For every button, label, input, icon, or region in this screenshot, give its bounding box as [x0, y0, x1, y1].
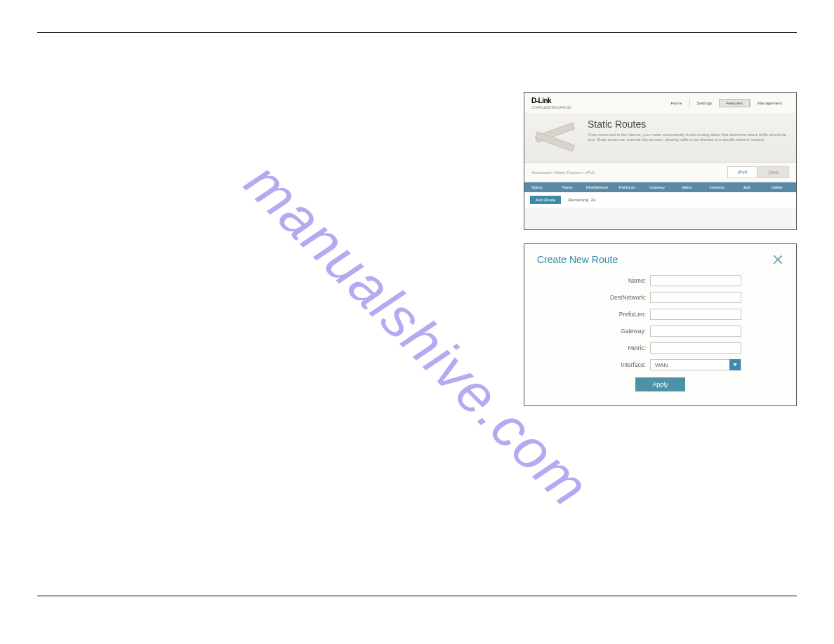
- chevron-down-icon: [729, 359, 741, 370]
- page-title: Static Routes: [588, 119, 789, 130]
- hero-section: Static Routes Once connected to the Inte…: [524, 114, 796, 162]
- col-prefixlen: PrefixLen: [612, 185, 642, 189]
- col-status: Status: [529, 185, 552, 189]
- row-prefixlen: PrefixLen:: [537, 309, 783, 320]
- col-metric: Metric: [672, 185, 702, 189]
- label-destnetwork: DestNetwork:: [610, 294, 646, 301]
- page-rule-bottom: [37, 596, 797, 596]
- nav-settings[interactable]: Settings: [689, 99, 720, 107]
- label-gateway: Gateway:: [621, 328, 646, 335]
- label-interface: Interface:: [621, 361, 646, 368]
- dialog-header: Create New Route: [537, 254, 783, 265]
- col-name: Name: [552, 185, 583, 189]
- row-interface: Interface: WAN: [537, 359, 783, 370]
- gateway-field[interactable]: [650, 326, 741, 337]
- apply-button[interactable]: Apply: [635, 377, 685, 391]
- page-rule-top: [37, 32, 797, 33]
- breadcrumb-buttons: IPv4 Save: [727, 166, 789, 178]
- hero-text: Static Routes Once connected to the Inte…: [588, 119, 789, 142]
- table-footer-row: Add Route Remaining: 24: [524, 192, 796, 208]
- row-gateway: Gateway:: [537, 326, 783, 337]
- dlink-logo: D-Link: [531, 97, 571, 105]
- nav-features[interactable]: Features: [719, 99, 750, 107]
- save-button[interactable]: Save: [757, 166, 789, 178]
- row-name: Name:: [537, 275, 783, 286]
- col-edit: Edit: [732, 185, 762, 189]
- interface-select[interactable]: WAN: [650, 359, 741, 370]
- add-route-button[interactable]: Add Route: [530, 196, 561, 204]
- dialog-title: Create New Route: [537, 254, 618, 265]
- routes-table-header: Status Name DestNetwork PrefixLen Gatewa…: [524, 182, 796, 192]
- page-description: Once connected to the Internet, your rou…: [588, 133, 789, 142]
- col-gateway: Gateway: [642, 185, 673, 189]
- brand-block: D-Link COVR-C1210 HW:A1 FW:1.00: [531, 97, 571, 109]
- label-metric: Metric:: [628, 344, 647, 351]
- interface-value: WAN: [655, 362, 668, 368]
- name-field[interactable]: [650, 275, 741, 286]
- nav-management[interactable]: Management: [750, 99, 789, 107]
- breadcrumb: Advanced>>Static Routes>> IPv6: [531, 170, 595, 175]
- nav-home[interactable]: Home: [664, 99, 689, 107]
- close-icon[interactable]: [772, 254, 783, 265]
- create-new-route-dialog: Create New Route Name: DestNetwork: Pref…: [524, 243, 797, 406]
- col-destnetwork: DestNetwork: [582, 185, 612, 189]
- col-delete: Delete: [762, 185, 792, 189]
- remaining-count: Remaining: 24: [568, 198, 595, 202]
- main-nav: Home Settings Features Management: [664, 99, 789, 107]
- label-prefixlen: PrefixLen:: [619, 311, 646, 318]
- router-static-routes-screenshot: D-Link COVR-C1210 HW:A1 FW:1.00 Home Set…: [524, 92, 797, 230]
- metric-field[interactable]: [650, 342, 741, 354]
- row-destnetwork: DestNetwork:: [537, 292, 783, 303]
- col-interface: Interface: [702, 185, 732, 189]
- label-name: Name:: [628, 277, 646, 284]
- router-topbar: D-Link COVR-C1210 HW:A1 FW:1.00 Home Set…: [524, 93, 796, 114]
- ipv4-link[interactable]: IPv4: [727, 166, 757, 178]
- breadcrumb-row: Advanced>>Static Routes>> IPv6 IPv4 Save: [524, 162, 796, 182]
- prefixlen-field[interactable]: [650, 309, 741, 320]
- signpost-icon: [531, 119, 581, 154]
- destnetwork-field[interactable]: [650, 292, 741, 303]
- model-label: COVR-C1210 HW:A1 FW:1.00: [531, 105, 571, 109]
- row-metric: Metric:: [537, 342, 783, 354]
